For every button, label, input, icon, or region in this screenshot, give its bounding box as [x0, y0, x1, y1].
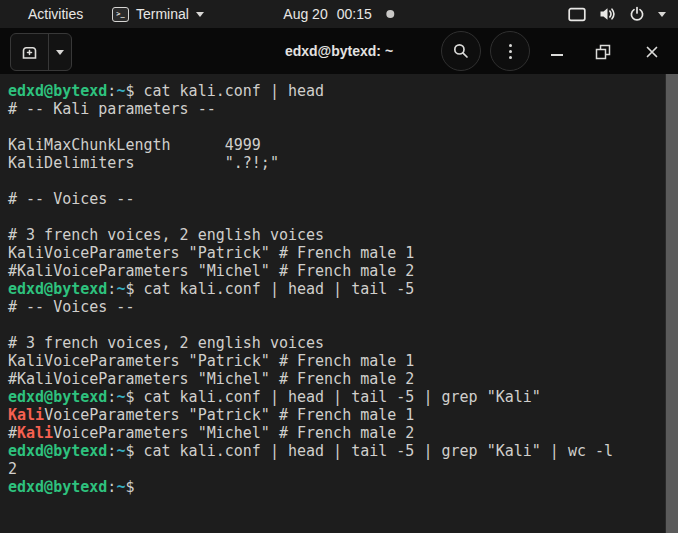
terminal-line: [8, 118, 665, 136]
search-icon: [452, 42, 470, 60]
terminal-line: edxd@bytexd:~$ cat kali.conf | head | ta…: [8, 442, 665, 460]
new-tab-button-group: [10, 33, 72, 71]
minimize-button[interactable]: [544, 39, 570, 65]
terminal-line: # -- Voices --: [8, 298, 665, 316]
terminal-line: edxd@bytexd:~$: [8, 478, 665, 496]
new-tab-icon: [21, 44, 38, 61]
terminal-line: # 3 french voices, 2 english voices: [8, 334, 665, 352]
terminal-line: KaliDelimiters ".?!;": [8, 154, 665, 172]
chevron-down-icon: [196, 12, 204, 17]
window-title: edxd@bytexd: ~: [0, 28, 678, 74]
volume-icon: [599, 6, 616, 22]
chevron-down-icon: [56, 50, 64, 55]
terminal-line: edxd@bytexd:~$ cat kali.conf | head | ta…: [8, 388, 665, 406]
app-menu-button[interactable]: >_ Terminal: [112, 0, 204, 28]
app-menu-label: Terminal: [136, 6, 189, 22]
terminal-line: KaliMaxChunkLength 4999: [8, 136, 665, 154]
terminal-line: #KaliVoiceParameters "Michel" # French m…: [8, 424, 665, 442]
terminal-line: KaliVoiceParameters "Patrick" # French m…: [8, 352, 665, 370]
restore-button[interactable]: [590, 39, 616, 65]
system-status-menu[interactable]: [568, 0, 666, 28]
menu-button[interactable]: [490, 31, 530, 71]
terminal-line: # 3 french voices, 2 english voices: [8, 226, 665, 244]
window-titlebar[interactable]: edxd@bytexd: ~: [0, 28, 678, 74]
kebab-menu-icon: [509, 44, 512, 59]
search-button[interactable]: [441, 31, 481, 71]
terminal-line: [8, 316, 665, 334]
scrollbar-track[interactable]: [665, 74, 678, 533]
clock-button[interactable]: Aug 20 00:15: [283, 0, 394, 28]
close-button[interactable]: [639, 39, 665, 65]
power-icon: [629, 6, 645, 22]
terminal-line: KaliVoiceParameters "Patrick" # French m…: [8, 244, 665, 262]
terminal-output[interactable]: edxd@bytexd:~$ cat kali.conf | head# -- …: [0, 74, 665, 533]
notification-dot-icon: [387, 10, 395, 18]
scrollbar-thumb[interactable]: [666, 74, 678, 533]
terminal-line: #KaliVoiceParameters "Michel" # French m…: [8, 370, 665, 388]
activities-label: Activities: [28, 6, 83, 22]
restore-icon: [595, 44, 611, 60]
close-icon: [645, 45, 659, 59]
terminal-line: # -- Kali parameters --: [8, 100, 665, 118]
top-bar: Activities >_ Terminal Aug 20 00:15: [0, 0, 678, 28]
terminal-line: 2: [8, 460, 665, 478]
terminal-line: [8, 208, 665, 226]
terminal-line: [8, 172, 665, 190]
clock-time: 00:15: [337, 6, 372, 22]
new-tab-dropdown-button[interactable]: [49, 34, 71, 70]
terminal-line: KaliVoiceParameters "Patrick" # French m…: [8, 406, 665, 424]
terminal-line: # -- Voices --: [8, 190, 665, 208]
terminal-line: #KaliVoiceParameters "Michel" # French m…: [8, 262, 665, 280]
minimize-icon: [551, 54, 563, 56]
activities-button[interactable]: Activities: [28, 0, 83, 28]
terminal-icon: >_: [112, 7, 129, 22]
terminal-line: edxd@bytexd:~$ cat kali.conf | head | ta…: [8, 280, 665, 298]
screen-icon: [568, 7, 586, 22]
clock-date: Aug 20: [283, 6, 327, 22]
chevron-down-icon: [658, 12, 666, 17]
new-tab-button[interactable]: [11, 34, 49, 70]
terminal-line: edxd@bytexd:~$ cat kali.conf | head: [8, 82, 665, 100]
